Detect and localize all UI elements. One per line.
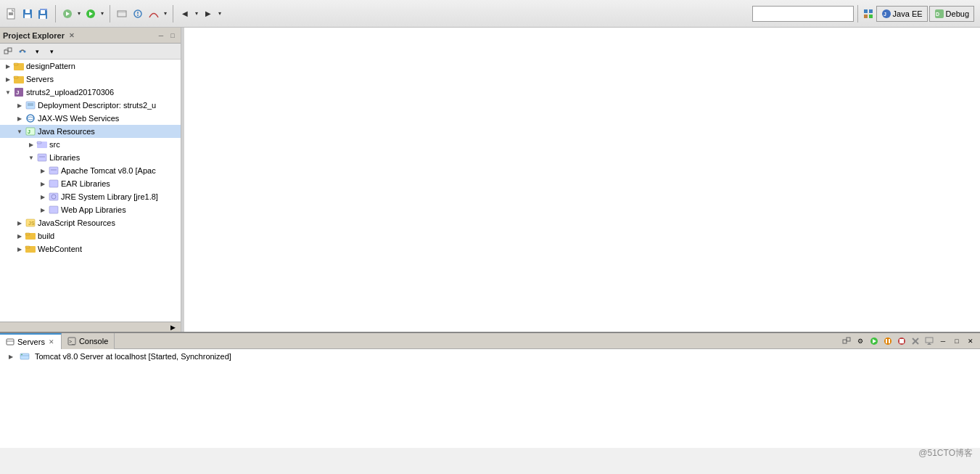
arrow-tomcat-server[interactable] — [6, 351, 16, 361]
scroll-right-btn[interactable]: ▶ — [166, 321, 179, 332]
tab-console[interactable]: >_ Console — [62, 333, 115, 349]
servers-tab-close[interactable]: ✕ — [48, 338, 55, 346]
toolbar-btn-3[interactable] — [146, 6, 162, 22]
svg-rect-8 — [40, 15, 46, 19]
toolbar-sep-4 — [857, 5, 858, 23]
disconnect-server-btn[interactable] — [909, 335, 922, 348]
svg-rect-0 — [7, 9, 15, 19]
bottom-maximize-btn[interactable]: □ — [950, 335, 963, 348]
tree-item-src[interactable]: src — [0, 138, 181, 151]
svg-point-79 — [21, 354, 22, 356]
toolbar-btn-2[interactable] — [130, 6, 146, 22]
tree-item-struts2[interactable]: J struts2_upload20170306 — [0, 86, 181, 99]
svg-rect-9 — [40, 9, 47, 10]
tree-item-webapp-libraries[interactable]: Web App Libraries — [0, 203, 181, 216]
icon-apache-tomcat — [48, 165, 59, 176]
tree-item-servers-root[interactable]: Servers — [0, 73, 181, 86]
arrow-java-resources[interactable] — [15, 126, 25, 136]
svg-rect-28 — [8, 48, 12, 52]
bottom-settings-btn[interactable]: ⚙ — [854, 335, 867, 348]
toolbar-btn-1[interactable] — [114, 6, 130, 22]
arrow-jre-system[interactable] — [38, 192, 48, 202]
icon-webcontent — [25, 243, 36, 255]
arrow-libraries[interactable] — [26, 152, 36, 163]
bottom-panel-content: Tomcat v8.0 Server at localhost [Started… — [0, 349, 980, 448]
collapse-all-btn[interactable] — [1, 45, 15, 58]
maximize-panel-btn[interactable]: □ — [168, 30, 178, 41]
svg-rect-50 — [49, 180, 58, 187]
arrow-build[interactable] — [15, 231, 25, 241]
svg-text:J: J — [28, 129, 30, 134]
arrow-webcontent[interactable] — [15, 244, 25, 254]
tree-item-designpattern[interactable]: designPattern — [0, 60, 181, 73]
link-editor-btn[interactable] — [16, 45, 29, 58]
arrow-ear-libraries[interactable] — [38, 179, 48, 189]
panel-more-btn[interactable]: ▾ — [45, 45, 58, 58]
panel-menu-btn[interactable]: ▾ — [30, 45, 44, 58]
arrow-deployment[interactable] — [15, 100, 25, 110]
svg-rect-4 — [25, 9, 30, 13]
debug-button[interactable] — [59, 6, 75, 22]
minimize-panel-btn[interactable]: ─ — [156, 30, 166, 41]
arrow-webapp-libraries[interactable] — [38, 205, 48, 215]
console-tab-label: Console — [79, 337, 108, 346]
debug-label: Debug — [946, 9, 969, 18]
arrow-struts2[interactable] — [3, 87, 13, 97]
server-row-tomcat[interactable]: Tomcat v8.0 Server at localhost [Started… — [0, 349, 980, 364]
label-ear-libraries: EAR Libraries — [61, 179, 110, 188]
svg-rect-21 — [864, 15, 868, 18]
tree-item-jre-system[interactable]: JRE System Library [jre1.8] — [0, 190, 181, 203]
bottom-panel-right-controls: ⚙ ─ □ ✕ — [840, 335, 980, 348]
bottom-collapse-btn[interactable] — [840, 335, 853, 348]
svg-rect-46 — [38, 154, 46, 161]
arrow-servers-root[interactable] — [3, 74, 13, 84]
icon-designpattern — [13, 60, 25, 72]
debug-perspective-btn[interactable]: D Debug — [929, 6, 974, 22]
new-button[interactable] — [4, 6, 20, 22]
stop-server-btn[interactable] — [895, 335, 908, 348]
tree-item-apache-tomcat[interactable]: Apache Tomcat v8.0 [Apac — [0, 164, 181, 177]
arrow-apache-tomcat[interactable] — [38, 166, 48, 176]
label-js-resources: JavaScript Resources — [38, 218, 115, 227]
forward-button[interactable]: ▶ — [200, 6, 216, 22]
toolbar-btn-3-dropdown[interactable]: ▾ — [162, 6, 169, 22]
bottom-close-btn[interactable]: ✕ — [964, 335, 977, 348]
quick-access-input[interactable]: Quick Access — [752, 6, 854, 22]
svg-rect-48 — [49, 167, 58, 174]
tree-item-deployment[interactable]: Deployment Descriptor: struts2_u — [0, 99, 181, 112]
icon-jaxws — [25, 113, 36, 124]
start-server-btn[interactable] — [868, 335, 881, 348]
tree-item-webcontent[interactable]: WebContent — [0, 242, 181, 256]
open-perspective-button[interactable] — [862, 6, 875, 22]
arrow-designpattern[interactable] — [3, 61, 13, 71]
back-button[interactable]: ◀ — [177, 6, 193, 22]
run-button[interactable] — [83, 6, 99, 22]
tree-item-ear-libraries[interactable]: EAR Libraries — [0, 177, 181, 190]
tree-item-libraries[interactable]: Libraries — [0, 151, 181, 164]
tree-item-jaxws[interactable]: JAX-WS Web Services — [0, 112, 181, 125]
tree-item-java-resources[interactable]: J Java Resources — [0, 125, 181, 138]
svg-rect-20 — [869, 9, 873, 13]
icon-java-resources: J — [25, 126, 36, 137]
tree-item-build[interactable]: build — [0, 229, 181, 242]
label-servers-root: Servers — [26, 75, 54, 83]
project-explorer-header: Project Explorer ✕ ─ □ — [0, 28, 181, 44]
bottom-minimize-btn[interactable]: ─ — [936, 335, 950, 348]
debug-dropdown[interactable]: ▾ — [75, 6, 83, 22]
arrow-js-resources[interactable] — [15, 218, 25, 228]
tree-item-js-resources[interactable]: JS JavaScript Resources — [0, 216, 181, 229]
java-ee-perspective-btn[interactable]: J Java EE — [876, 6, 928, 22]
arrow-src[interactable] — [26, 139, 36, 150]
forward-dropdown[interactable]: ▾ — [216, 6, 223, 22]
bottom-panel-tabs: Servers ✕ >_ Console ⚙ — [0, 333, 980, 349]
save-button[interactable] — [20, 6, 36, 22]
back-dropdown[interactable]: ▾ — [193, 6, 200, 22]
restart-server-btn[interactable] — [881, 335, 894, 348]
tree-area[interactable]: designPattern Servers J struts2_u — [0, 60, 181, 322]
save-all-button[interactable] — [36, 6, 52, 22]
tab-servers[interactable]: Servers ✕ — [0, 333, 62, 349]
watermark: @51CTO博客 — [918, 447, 973, 459]
arrow-jaxws[interactable] — [15, 113, 25, 123]
run-dropdown[interactable]: ▾ — [99, 6, 106, 22]
publish-server-btn[interactable] — [923, 335, 936, 348]
